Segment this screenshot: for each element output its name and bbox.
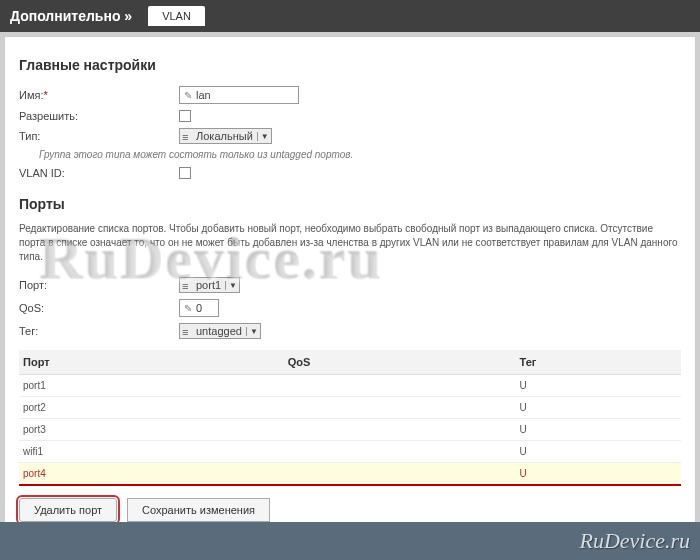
save-changes-button[interactable]: Сохранить изменения	[127, 498, 270, 522]
delete-port-button[interactable]: Удалить порт	[19, 498, 117, 522]
port-select[interactable]: port1 ▼	[179, 277, 240, 293]
name-field[interactable]: lan	[179, 86, 299, 104]
ports-description: Редактирование списка портов. Чтобы доба…	[19, 222, 681, 264]
cell-tag: U	[515, 375, 681, 397]
qos-label: QoS:	[19, 302, 179, 314]
port-label: Порт:	[19, 279, 179, 291]
cell-tag: U	[515, 441, 681, 463]
cell-port: port2	[19, 397, 284, 419]
table-row[interactable]: port1U	[19, 375, 681, 397]
name-label: Имя:*	[19, 89, 179, 101]
col-qos: QoS	[284, 350, 516, 375]
edit-icon	[184, 89, 192, 101]
chevron-down-icon: ▼	[257, 132, 269, 141]
cell-qos	[284, 375, 516, 397]
tab-vlan[interactable]: VLAN	[148, 6, 205, 26]
vlanid-checkbox[interactable]	[179, 167, 191, 179]
breadcrumb[interactable]: Дополнительно »	[10, 8, 132, 24]
tag-label: Тег:	[19, 325, 179, 337]
chevron-down-icon: ▼	[225, 281, 237, 290]
cell-port: port3	[19, 419, 284, 441]
allow-label: Разрешить:	[19, 110, 179, 122]
cell-port: port4	[19, 463, 284, 485]
table-row[interactable]: port3U	[19, 419, 681, 441]
cell-port: wifi1	[19, 441, 284, 463]
tag-select[interactable]: untagged ▼	[179, 323, 261, 339]
list-icon	[182, 280, 192, 290]
cell-qos	[284, 419, 516, 441]
cell-tag: U	[515, 419, 681, 441]
header-bar: Дополнительно » VLAN	[0, 0, 700, 32]
main-settings-heading: Главные настройки	[19, 57, 681, 73]
ports-heading: Порты	[19, 196, 681, 212]
cell-qos	[284, 441, 516, 463]
type-label: Тип:	[19, 130, 179, 142]
type-hint: Группа этого типа может состоять только …	[39, 149, 681, 160]
table-row[interactable]: wifi1U	[19, 441, 681, 463]
cell-port: port1	[19, 375, 284, 397]
list-icon	[182, 131, 192, 141]
table-row[interactable]: port4U	[19, 463, 681, 485]
type-select[interactable]: Локальный ▼	[179, 128, 272, 144]
qos-field[interactable]: 0	[179, 299, 219, 317]
edit-icon	[184, 302, 192, 314]
vlanid-label: VLAN ID:	[19, 167, 179, 179]
settings-panel: Главные настройки Имя:* lan Разрешить: Т…	[4, 36, 696, 537]
allow-checkbox[interactable]	[179, 110, 191, 122]
col-port: Порт	[19, 350, 284, 375]
cell-tag: U	[515, 397, 681, 419]
cell-tag: U	[515, 463, 681, 485]
chevron-down-icon: ▼	[246, 327, 258, 336]
cell-qos	[284, 397, 516, 419]
cell-qos	[284, 463, 516, 485]
footer-band	[0, 522, 700, 560]
table-row[interactable]: port2U	[19, 397, 681, 419]
selection-underline	[19, 484, 681, 486]
list-icon	[182, 326, 192, 336]
ports-table: Порт QoS Тег port1Uport2Uport3Uwifi1Upor…	[19, 350, 681, 485]
col-tag: Тег	[515, 350, 681, 375]
